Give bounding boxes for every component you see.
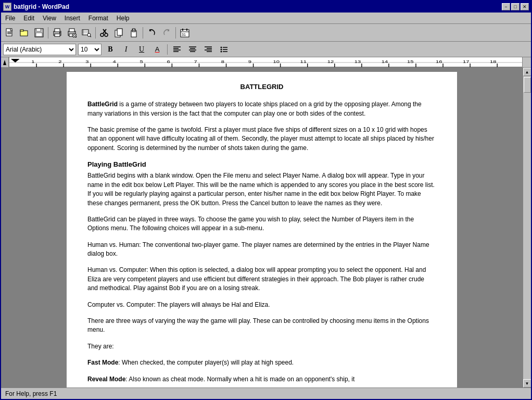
document-wrapper: BATTLEGRID BattleGrid is a game of strat… xyxy=(1,68,523,388)
paragraph-reveal-mode: Reveal Mode: Also known as cheat mode. N… xyxy=(87,375,436,384)
svg-text:13: 13 xyxy=(354,59,361,64)
format-separator-1 xyxy=(167,44,168,55)
close-button[interactable]: ✕ xyxy=(521,3,529,10)
toolbar-separator-4 xyxy=(175,27,176,39)
svg-line-17 xyxy=(76,36,77,38)
svg-rect-34 xyxy=(133,29,135,30)
new-button[interactable] xyxy=(3,26,17,40)
redo-button[interactable] xyxy=(160,26,173,40)
svg-point-54 xyxy=(221,51,222,52)
svg-text:15: 15 xyxy=(407,59,414,64)
svg-rect-0 xyxy=(6,29,12,36)
insert-date-button[interactable]: 31 xyxy=(178,26,192,40)
svg-text:10: 10 xyxy=(273,59,280,64)
minimize-button[interactable]: − xyxy=(502,3,510,10)
save-button[interactable] xyxy=(32,26,46,40)
svg-text:17: 17 xyxy=(463,59,470,64)
svg-marker-58 xyxy=(3,60,6,65)
svg-text:6: 6 xyxy=(167,59,170,64)
svg-rect-5 xyxy=(20,30,23,31)
section-playing-title: Playing BattleGrid xyxy=(87,160,436,169)
paragraph-human-computer: Human vs. Computer: When this option is … xyxy=(87,266,436,293)
reveal-mode-text: : Also known as cheat mode. Normally whe… xyxy=(125,376,354,383)
paste-button[interactable] xyxy=(127,26,141,40)
intro1-text: is a game of strategy between two player… xyxy=(87,101,422,117)
document-title: BATTLEGRID xyxy=(87,82,436,92)
menu-bar: File Edit View Insert Format Help xyxy=(1,12,531,24)
status-text: For Help, press F1 xyxy=(5,390,57,397)
align-center-button[interactable] xyxy=(186,43,200,56)
svg-text:7: 7 xyxy=(194,59,197,64)
svg-text:16: 16 xyxy=(436,59,442,64)
svg-point-53 xyxy=(221,48,222,50)
svg-text:9: 9 xyxy=(248,59,251,64)
svg-line-24 xyxy=(91,36,92,37)
font-color-button[interactable]: A xyxy=(150,43,164,56)
paragraph-they-are: They are: xyxy=(87,342,436,351)
find-button[interactable] xyxy=(80,26,93,40)
toolbar-separator-3 xyxy=(143,27,143,39)
svg-rect-31 xyxy=(118,29,122,35)
menu-insert[interactable]: Insert xyxy=(60,12,84,23)
print-preview-button[interactable] xyxy=(65,26,79,40)
font-select[interactable]: Arial (Arabic) xyxy=(3,44,76,55)
ruler: 1 2 3 4 5 6 7 8 9 10 11 12 13 14 15 16 1… xyxy=(1,57,531,68)
svg-text:5: 5 xyxy=(140,59,143,64)
maximize-button[interactable]: □ xyxy=(511,3,520,10)
italic-button[interactable]: I xyxy=(119,43,133,56)
align-left-button[interactable] xyxy=(171,43,184,56)
scrollbar-track[interactable] xyxy=(523,76,531,379)
svg-text:12: 12 xyxy=(327,59,334,64)
svg-text:11: 11 xyxy=(300,59,307,64)
app-window: W batlgrid - WordPad − □ ✕ File Edit Vie… xyxy=(0,0,532,400)
paragraph-fast-mode: Fast Mode: When checked, the computer pl… xyxy=(87,358,436,367)
menu-format[interactable]: Format xyxy=(84,12,112,23)
title-bar: W batlgrid - WordPad − □ ✕ xyxy=(1,1,531,12)
print-button[interactable] xyxy=(50,26,64,40)
app-icon: W xyxy=(3,3,11,11)
svg-text:14: 14 xyxy=(382,59,388,64)
scrollbar-thumb[interactable] xyxy=(524,77,531,93)
open-button[interactable] xyxy=(18,26,31,40)
vertical-scrollbar: ▲ ▼ xyxy=(523,68,531,388)
svg-marker-96 xyxy=(11,59,20,63)
menu-help[interactable]: Help xyxy=(112,12,134,23)
svg-point-52 xyxy=(221,46,222,48)
align-right-button[interactable] xyxy=(202,43,216,56)
menu-view[interactable]: View xyxy=(39,12,60,23)
scroll-up-button[interactable]: ▲ xyxy=(523,68,531,76)
menu-file[interactable]: File xyxy=(1,12,19,23)
svg-text:8: 8 xyxy=(221,59,224,64)
paragraph-intro2: The basic premise of the game is twofold… xyxy=(87,126,436,153)
svg-rect-7 xyxy=(36,29,41,31)
undo-button[interactable] xyxy=(145,26,159,40)
title-bar-text: batlgrid - WordPad xyxy=(14,3,69,10)
paragraph-playing: BattleGrid begins with a blank window. O… xyxy=(87,171,436,208)
bullet-list-button[interactable] xyxy=(218,43,231,56)
svg-rect-14 xyxy=(69,29,74,32)
document-body[interactable]: BATTLEGRID BattleGrid is a game of strat… xyxy=(67,72,457,388)
toolbar-separator-1 xyxy=(48,27,48,39)
scroll-down-button[interactable]: ▼ xyxy=(523,379,531,388)
svg-text:1: 1 xyxy=(31,59,34,64)
svg-point-27 xyxy=(100,33,104,36)
copy-button[interactable] xyxy=(112,26,126,40)
svg-point-28 xyxy=(105,33,108,36)
fast-mode-label: Fast Mode xyxy=(87,359,118,366)
svg-rect-11 xyxy=(55,34,60,36)
svg-point-23 xyxy=(87,33,91,36)
svg-text:2: 2 xyxy=(58,59,61,64)
svg-text:31: 31 xyxy=(182,33,186,36)
font-size-select[interactable]: 10 xyxy=(78,44,102,55)
paragraph-human-human: Human vs. Human: The conventional two-pl… xyxy=(87,241,436,259)
svg-text:3: 3 xyxy=(85,59,88,64)
menu-edit[interactable]: Edit xyxy=(19,12,39,23)
cut-button[interactable] xyxy=(98,26,111,40)
bold-button[interactable]: B xyxy=(104,43,117,56)
title-bar-left: W batlgrid - WordPad xyxy=(3,3,69,11)
title-bar-buttons: − □ ✕ xyxy=(502,3,529,10)
underline-button[interactable]: U xyxy=(135,43,148,56)
toolbar: 31 xyxy=(1,24,531,42)
status-bar: For Help, press F1 xyxy=(1,388,531,399)
svg-text:4: 4 xyxy=(112,59,116,64)
